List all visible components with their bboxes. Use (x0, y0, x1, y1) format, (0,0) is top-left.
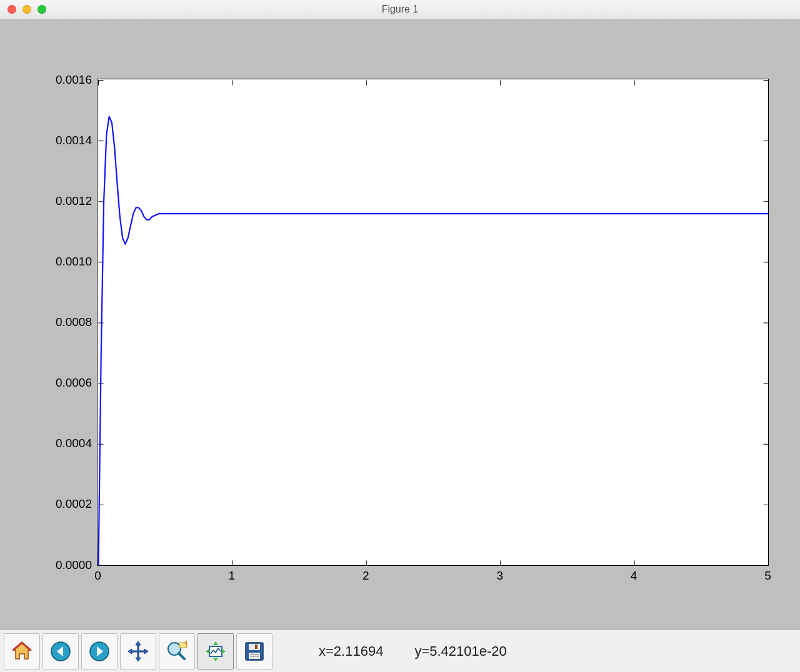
svg-rect-39 (249, 653, 260, 659)
back-button[interactable] (42, 633, 79, 670)
save-button[interactable] (236, 633, 272, 670)
x-tick-label: 1 (229, 569, 236, 583)
save-icon (242, 639, 267, 664)
window-controls (8, 5, 46, 14)
y-tick-label: 0.0016 (56, 73, 92, 87)
move-icon (126, 639, 151, 664)
x-tick-label: 3 (496, 569, 503, 583)
close-icon[interactable] (8, 5, 16, 14)
pan-button[interactable] (120, 633, 156, 670)
coord-x: x=2.11694 (319, 643, 383, 660)
y-tick-label: 0.0002 (56, 497, 92, 511)
x-tick-label: 2 (362, 569, 369, 583)
figure-canvas[interactable]: 0.00000.00020.00040.00060.00080.00100.00… (0, 19, 800, 630)
zoom-rect-icon (164, 639, 189, 664)
x-tick-label: 5 (764, 569, 771, 583)
app-window: Figure 1 0.00000.00020.00040.00060.00080… (0, 0, 800, 672)
y-tick-label: 0.0014 (56, 134, 92, 147)
coord-readout: x=2.11694 y=5.42101e-20 (319, 643, 507, 660)
coord-y: y=5.42101e-20 (414, 643, 506, 660)
y-tick-label: 0.0010 (56, 255, 92, 269)
subplots-button[interactable] (198, 633, 234, 670)
window-title: Figure 1 (0, 4, 800, 15)
y-tick-label: 0.0012 (56, 194, 92, 208)
minimize-icon[interactable] (22, 5, 31, 14)
arrow-right-icon (87, 639, 112, 664)
line-plot (98, 79, 768, 565)
y-tick-label: 0.0008 (56, 315, 92, 329)
zoom-button[interactable] (159, 633, 195, 670)
titlebar: Figure 1 (0, 0, 800, 19)
y-tick-label: 0.0000 (56, 558, 92, 572)
x-tick-label: 0 (94, 569, 101, 583)
plot-axes (97, 79, 769, 566)
x-tick-label: 4 (631, 569, 638, 583)
y-tick-label: 0.0004 (56, 437, 92, 450)
subplots-icon (203, 639, 228, 664)
nav-toolbar: x=2.11694 y=5.42101e-20 (0, 630, 800, 672)
forward-button[interactable] (81, 633, 118, 670)
arrow-left-icon (48, 639, 73, 664)
fullscreen-icon[interactable] (38, 5, 46, 14)
svg-line-33 (179, 653, 184, 659)
svg-rect-38 (255, 645, 258, 649)
home-icon (9, 639, 34, 664)
svg-rect-37 (249, 644, 260, 650)
y-tick-label: 0.0006 (56, 376, 92, 390)
home-button[interactable] (4, 633, 40, 670)
